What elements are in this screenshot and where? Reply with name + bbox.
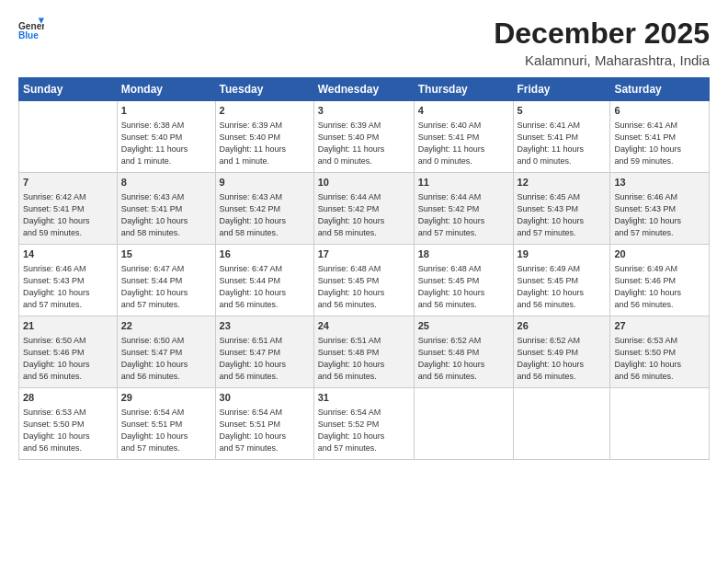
calendar-cell: 19Sunrise: 6:49 AMSunset: 5:45 PMDayligh… — [513, 245, 610, 316]
calendar-cell: 8Sunrise: 6:43 AMSunset: 5:41 PMDaylight… — [117, 173, 215, 245]
day-info-line: and 57 minutes. — [418, 227, 509, 239]
day-info-line: Sunrise: 6:39 AM — [318, 120, 410, 132]
day-info-line: Sunrise: 6:41 AM — [518, 120, 607, 132]
day-info-line: and 59 minutes. — [614, 155, 705, 167]
day-info-line: Sunrise: 6:54 AM — [220, 407, 310, 419]
calendar-cell: 25Sunrise: 6:52 AMSunset: 5:48 PMDayligh… — [414, 316, 513, 388]
day-info-line: and 56 minutes. — [418, 299, 509, 311]
calendar-week-row: 14Sunrise: 6:46 AMSunset: 5:43 PMDayligh… — [19, 245, 710, 316]
day-number: 4 — [418, 104, 509, 119]
svg-text:Blue: Blue — [18, 30, 39, 40]
day-number: 31 — [318, 391, 410, 406]
day-info-line: Sunset: 5:50 PM — [614, 347, 705, 359]
day-info-line: Daylight: 11 hours — [318, 144, 410, 155]
day-info-line: Daylight: 10 hours — [318, 215, 410, 227]
day-info-line: and 57 minutes. — [518, 227, 607, 239]
calendar-cell: 7Sunrise: 6:42 AMSunset: 5:41 PMDaylight… — [19, 173, 118, 245]
calendar-cell: 22Sunrise: 6:50 AMSunset: 5:47 PMDayligh… — [117, 316, 215, 388]
day-info-line: Sunrise: 6:39 AM — [220, 120, 310, 132]
day-info-line: Sunrise: 6:44 AM — [418, 191, 509, 203]
day-info-line: Daylight: 11 hours — [220, 144, 310, 155]
day-info-line: Sunrise: 6:47 AM — [220, 263, 310, 275]
day-number: 1 — [121, 104, 211, 119]
day-number: 24 — [318, 319, 410, 334]
day-info-line: Sunset: 5:42 PM — [318, 203, 410, 215]
day-info-line: Sunset: 5:41 PM — [121, 203, 211, 215]
day-info-line: and 56 minutes. — [614, 371, 705, 383]
day-info-line: Sunset: 5:40 PM — [318, 132, 410, 144]
day-info-line: Sunset: 5:52 PM — [318, 419, 410, 431]
day-number: 26 — [518, 319, 607, 334]
day-info-line: Sunrise: 6:53 AM — [23, 407, 113, 419]
calendar-cell: 17Sunrise: 6:48 AMSunset: 5:45 PMDayligh… — [313, 245, 414, 316]
calendar-cell: 23Sunrise: 6:51 AMSunset: 5:47 PMDayligh… — [215, 316, 313, 388]
day-info-line: Sunset: 5:46 PM — [23, 347, 113, 359]
day-info-line: Sunset: 5:41 PM — [23, 203, 113, 215]
day-info-line: Sunset: 5:40 PM — [220, 132, 310, 144]
calendar-cell: 9Sunrise: 6:43 AMSunset: 5:42 PMDaylight… — [215, 173, 313, 245]
day-info-line: and 57 minutes. — [318, 442, 410, 454]
day-info-line: and 0 minutes. — [518, 155, 607, 167]
day-info-line: Sunrise: 6:40 AM — [418, 120, 509, 132]
day-number: 12 — [518, 176, 607, 190]
day-info-line: and 58 minutes. — [318, 227, 410, 239]
day-info-line: Sunset: 5:50 PM — [23, 419, 113, 431]
day-info-line: Daylight: 10 hours — [220, 431, 310, 442]
day-info-line: Sunrise: 6:54 AM — [318, 407, 410, 419]
calendar-cell: 26Sunrise: 6:52 AMSunset: 5:49 PMDayligh… — [513, 316, 610, 388]
calendar-cell — [610, 388, 710, 460]
day-header-tuesday: Tuesday — [215, 78, 313, 101]
calendar-cell: 16Sunrise: 6:47 AMSunset: 5:44 PMDayligh… — [215, 245, 313, 316]
calendar-week-row: 1Sunrise: 6:38 AMSunset: 5:40 PMDaylight… — [19, 101, 710, 173]
calendar-cell: 3Sunrise: 6:39 AMSunset: 5:40 PMDaylight… — [313, 101, 414, 173]
day-info-line: Sunset: 5:49 PM — [518, 347, 607, 359]
day-info-line: and 56 minutes. — [318, 299, 410, 311]
day-number: 10 — [318, 176, 410, 190]
day-info-line: Sunset: 5:41 PM — [614, 132, 705, 144]
calendar-cell: 20Sunrise: 6:49 AMSunset: 5:46 PMDayligh… — [610, 245, 710, 316]
day-header-saturday: Saturday — [610, 78, 710, 101]
calendar-cell: 15Sunrise: 6:47 AMSunset: 5:44 PMDayligh… — [117, 245, 215, 316]
day-info-line: Sunset: 5:47 PM — [121, 347, 211, 359]
day-number: 27 — [614, 319, 705, 334]
day-number: 3 — [318, 104, 410, 119]
day-number: 29 — [121, 391, 211, 406]
day-info-line: and 56 minutes. — [23, 442, 113, 454]
calendar-cell: 5Sunrise: 6:41 AMSunset: 5:41 PMDaylight… — [513, 101, 610, 173]
day-number: 22 — [121, 319, 211, 334]
day-info-line: Daylight: 10 hours — [614, 287, 705, 299]
logo-icon: General Blue — [18, 17, 44, 42]
day-info-line: Sunrise: 6:44 AM — [318, 191, 410, 203]
day-info-line: Sunrise: 6:48 AM — [318, 263, 410, 275]
day-info-line: Sunset: 5:51 PM — [121, 419, 211, 431]
day-info-line: Daylight: 10 hours — [418, 359, 509, 371]
calendar-cell: 6Sunrise: 6:41 AMSunset: 5:41 PMDaylight… — [610, 101, 710, 173]
day-info-line: Sunset: 5:44 PM — [121, 275, 211, 287]
day-info-line: Daylight: 10 hours — [318, 431, 410, 442]
day-number: 28 — [23, 391, 113, 406]
calendar-table: SundayMondayTuesdayWednesdayThursdayFrid… — [18, 77, 710, 460]
day-number: 8 — [121, 176, 211, 190]
day-info-line: Sunset: 5:41 PM — [518, 132, 607, 144]
day-info-line: Daylight: 10 hours — [518, 359, 607, 371]
day-info-line: Daylight: 10 hours — [220, 215, 310, 227]
calendar-week-row: 21Sunrise: 6:50 AMSunset: 5:46 PMDayligh… — [19, 316, 710, 388]
day-header-wednesday: Wednesday — [313, 78, 414, 101]
day-info-line: Daylight: 10 hours — [23, 215, 113, 227]
day-info-line: Sunset: 5:46 PM — [614, 275, 705, 287]
day-info-line: Sunrise: 6:46 AM — [614, 191, 705, 203]
day-info-line: Daylight: 10 hours — [121, 287, 211, 299]
day-info-line: Sunrise: 6:52 AM — [418, 335, 509, 347]
calendar-cell: 31Sunrise: 6:54 AMSunset: 5:52 PMDayligh… — [313, 388, 414, 460]
day-info-line: Daylight: 10 hours — [220, 287, 310, 299]
day-info-line: and 56 minutes. — [318, 371, 410, 383]
day-number: 17 — [318, 247, 410, 262]
day-info-line: Sunrise: 6:49 AM — [518, 263, 607, 275]
day-info-line: Sunset: 5:44 PM — [220, 275, 310, 287]
day-number: 30 — [220, 391, 310, 406]
day-info-line: Sunset: 5:47 PM — [220, 347, 310, 359]
day-info-line: Daylight: 11 hours — [418, 144, 509, 155]
day-info-line: Daylight: 10 hours — [121, 215, 211, 227]
calendar-cell: 27Sunrise: 6:53 AMSunset: 5:50 PMDayligh… — [610, 316, 710, 388]
day-info-line: and 56 minutes. — [518, 299, 607, 311]
